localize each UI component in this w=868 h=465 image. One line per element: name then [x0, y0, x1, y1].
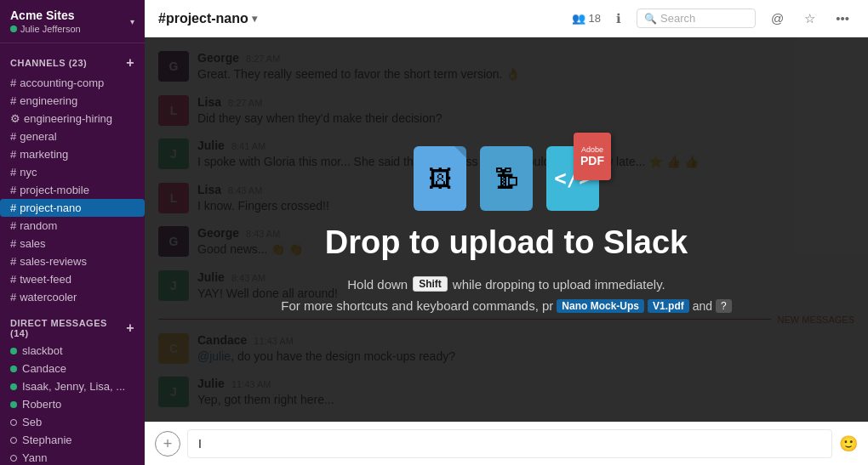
adobe-label: Adobe	[581, 145, 603, 154]
drop-hint-line1: Hold down Shift while dropping to upload…	[347, 276, 665, 292]
workspace-user: Julie Jefferson	[10, 24, 81, 34]
dm-status-dot	[10, 348, 17, 354]
pdf-label: PDF	[580, 154, 604, 167]
dms-label: DIRECT MESSAGES (14)	[10, 318, 126, 338]
members-icon: 👥	[572, 12, 585, 25]
dm-status-dot	[10, 437, 17, 444]
add-button[interactable]: +	[155, 431, 180, 456]
channel-item-general[interactable]: #general	[0, 128, 145, 145]
star-icon[interactable]: ☆	[799, 8, 820, 30]
header-members[interactable]: 👥 18	[572, 12, 601, 25]
shift-key-badge: Shift	[413, 276, 448, 292]
drop-hint-line2: For more shortcuts and keyboard commands…	[281, 298, 732, 313]
channel-item-marketing[interactable]: #marketing	[0, 145, 145, 163]
message-input[interactable]	[187, 429, 832, 458]
channel-chevron-icon[interactable]: ▾	[252, 13, 257, 25]
channel-item-random[interactable]: #random	[0, 217, 145, 235]
file-icon-pdf: Adobe PDF	[574, 133, 611, 180]
input-bar: + 🙂	[145, 422, 868, 465]
image-icon: 🖼	[428, 165, 452, 193]
channel-item-tweet-feed[interactable]: #tweet-feed	[0, 270, 145, 288]
main-panel: #project-nano ▾ 👥 18 ℹ 🔍 Search @ ☆ ••• …	[145, 0, 868, 465]
channel-item-engineering-hiring[interactable]: ⚙engineering-hiring	[0, 110, 145, 128]
zip-icon: 🗜	[494, 165, 518, 193]
dm-group[interactable]: Isaak, Jenny, Lisa, ...	[0, 377, 145, 395]
dm-candace[interactable]: Candace	[0, 360, 145, 377]
dm-status-dot	[10, 383, 17, 390]
and-text: and	[693, 299, 712, 313]
workspace-chevron-icon[interactable]: ▾	[130, 17, 134, 26]
file-icon-image: 🖼	[414, 146, 466, 211]
dm-stephanie[interactable]: Stephanie	[0, 431, 145, 449]
channels-label: CHANNELS (23)	[10, 58, 87, 68]
filename-badge-2: V1.pdf	[648, 299, 689, 313]
dm-roberto[interactable]: Roberto	[0, 395, 145, 413]
messages-area: G George 8:27 AM Great. They really seem…	[145, 37, 868, 422]
hint1-after: while dropping to upload immediately.	[453, 277, 665, 292]
channel-item-nyc[interactable]: #nyc	[0, 163, 145, 181]
dm-status-dot	[10, 401, 17, 408]
drag-overlay: 🖼 🗜 </> Adobe PDF Drop to upload to Slac…	[145, 37, 868, 422]
channel-item-engineering[interactable]: #engineering	[0, 92, 145, 110]
dm-status-dot	[10, 419, 17, 426]
channel-header: #project-nano ▾ 👥 18 ℹ 🔍 Search @ ☆ •••	[145, 0, 868, 37]
dm-slackbot[interactable]: slackbot	[0, 342, 145, 360]
channel-item-project-nano[interactable]: #project-nano	[0, 199, 145, 217]
filename-badge-1: Nano Mock-Ups	[557, 299, 644, 313]
channel-item-sales[interactable]: #sales	[0, 235, 145, 252]
workspace-name: Acme Sites	[10, 9, 81, 22]
channels-list: #accounting-comp #engineering ⚙engineeri…	[0, 74, 145, 306]
user-status-dot	[10, 26, 17, 32]
dm-status-dot	[10, 366, 17, 372]
add-dm-icon[interactable]: +	[126, 320, 134, 336]
workspace-header[interactable]: Acme Sites Julie Jefferson ▾	[0, 0, 145, 43]
dm-status-dot	[10, 455, 17, 462]
hint1-before: Hold down	[347, 277, 408, 292]
channel-title[interactable]: #project-nano ▾	[158, 11, 257, 26]
channel-item-sales-reviews[interactable]: #sales-reviews	[0, 252, 145, 270]
channel-item-watercooler[interactable]: #watercooler	[0, 288, 145, 306]
question-badge: ?	[716, 299, 732, 313]
emoji-button[interactable]: 🙂	[839, 434, 858, 453]
at-icon[interactable]: @	[766, 8, 789, 29]
search-box[interactable]: 🔍 Search	[637, 9, 756, 28]
drop-title: Drop to upload to Slack	[325, 224, 688, 261]
dm-seb[interactable]: Seb	[0, 413, 145, 431]
dms-list: slackbot Candace Isaak, Jenny, Lisa, ...…	[0, 342, 145, 465]
channels-section-header: CHANNELS (23) +	[0, 43, 145, 74]
file-icon-zip: 🗜	[480, 146, 533, 211]
channel-item-project-mobile[interactable]: #project-mobile	[0, 181, 145, 199]
dms-section-header: DIRECT MESSAGES (14) +	[0, 306, 145, 342]
search-icon: 🔍	[644, 13, 657, 25]
drop-file-icons: 🖼 🗜 </> Adobe PDF	[414, 146, 599, 211]
info-icon[interactable]: ℹ	[611, 8, 626, 30]
add-channel-icon[interactable]: +	[126, 55, 134, 71]
more-icon[interactable]: •••	[831, 8, 854, 29]
dm-yann[interactable]: Yann	[0, 449, 145, 465]
sidebar: Acme Sites Julie Jefferson ▾ CHANNELS (2…	[0, 0, 145, 465]
channel-item-accounting-comp[interactable]: #accounting-comp	[0, 74, 145, 92]
